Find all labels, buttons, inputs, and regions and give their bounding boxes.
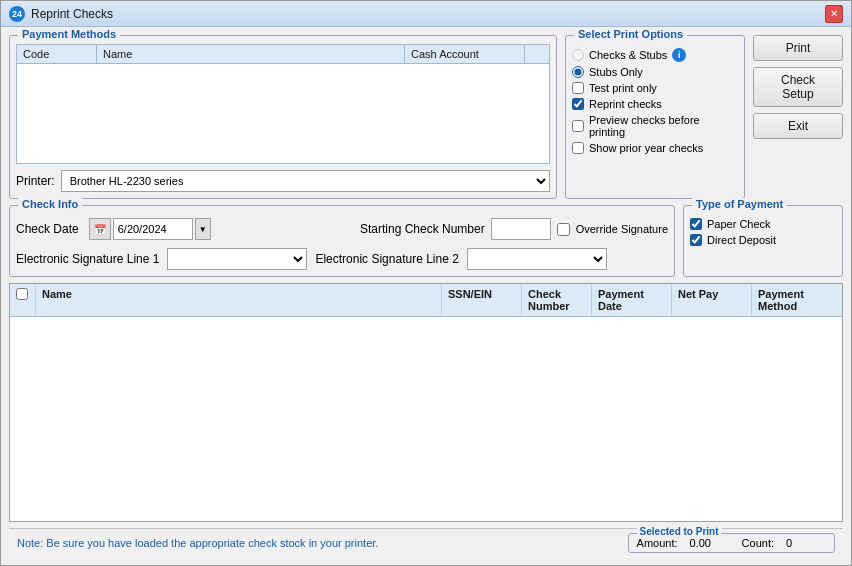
check-info-title: Check Info bbox=[18, 198, 82, 210]
note-text: Note: Be sure you have loaded the approp… bbox=[17, 537, 378, 549]
option-preview-checks: Preview checks before printing bbox=[572, 114, 738, 138]
top-section: Payment Methods Code Name Cash Account P… bbox=[9, 35, 843, 199]
selected-info: Selected to Print Amount: 0.00 Count: 0 bbox=[628, 533, 835, 553]
amount-label: Amount: bbox=[637, 537, 678, 549]
option-prior-year: Show prior year checks bbox=[572, 142, 738, 154]
exit-button[interactable]: Exit bbox=[753, 113, 843, 139]
select-all-checkbox[interactable] bbox=[16, 288, 28, 300]
printer-label: Printer: bbox=[16, 174, 55, 188]
col-name: Name bbox=[97, 45, 405, 63]
checkbox-paper-check[interactable] bbox=[690, 218, 702, 230]
sig-line1-label: Electronic Signature Line 1 bbox=[16, 252, 159, 266]
count-label: Count: bbox=[742, 537, 774, 549]
title-bar: 24 Reprint Checks ✕ bbox=[1, 1, 851, 27]
payment-methods-body bbox=[16, 64, 550, 164]
main-table-header: Name SSN/EIN Check Number Payment Date N… bbox=[10, 284, 842, 317]
col-ssn-header: SSN/EIN bbox=[442, 284, 522, 316]
sig-line1-select[interactable] bbox=[167, 248, 307, 270]
checkbox-test-print[interactable] bbox=[572, 82, 584, 94]
main-table-body bbox=[10, 317, 842, 477]
col-payment-method-header: Payment Method bbox=[752, 284, 842, 316]
payment-methods-section: Payment Methods Code Name Cash Account P… bbox=[9, 35, 557, 199]
main-content: Payment Methods Code Name Cash Account P… bbox=[1, 27, 851, 565]
main-table-section: Name SSN/EIN Check Number Payment Date N… bbox=[9, 283, 843, 522]
printer-select[interactable]: Brother HL-2230 series bbox=[61, 170, 550, 192]
window-title: Reprint Checks bbox=[31, 7, 113, 21]
info-icon[interactable]: i bbox=[672, 48, 686, 62]
calendar-icon-button[interactable]: 📅 bbox=[89, 218, 111, 240]
main-window: 24 Reprint Checks ✕ Payment Methods Code… bbox=[0, 0, 852, 566]
col-checkbox bbox=[10, 284, 36, 316]
col-code: Code bbox=[17, 45, 97, 63]
date-input-group: 📅 ▼ bbox=[89, 218, 211, 240]
check-info-section: Check Info Check Date 📅 ▼ Starting Check… bbox=[9, 205, 675, 277]
print-button[interactable]: Print bbox=[753, 35, 843, 61]
sig-line2-select[interactable] bbox=[467, 248, 607, 270]
col-name-header: Name bbox=[36, 284, 442, 316]
label-stubs-only: Stubs Only bbox=[589, 66, 643, 78]
option-reprint-checks: Reprint checks bbox=[572, 98, 738, 110]
checkbox-preview-checks[interactable] bbox=[572, 120, 584, 132]
checkbox-prior-year[interactable] bbox=[572, 142, 584, 154]
col-cash-account: Cash Account bbox=[405, 45, 525, 63]
type-of-payment-section: Type of Payment Paper Check Direct Depos… bbox=[683, 205, 843, 277]
payment-methods-title: Payment Methods bbox=[18, 28, 120, 40]
radio-checks-stubs[interactable] bbox=[572, 49, 584, 61]
selected-info-row: Amount: 0.00 Count: 0 bbox=[637, 537, 826, 549]
selected-to-print-title: Selected to Print bbox=[637, 526, 722, 537]
col-extra bbox=[525, 45, 549, 63]
option-checks-stubs: Checks & Stubs i bbox=[572, 48, 738, 62]
status-bar: Note: Be sure you have loaded the approp… bbox=[9, 528, 843, 557]
col-net-pay-header: Net Pay bbox=[672, 284, 752, 316]
print-options-title: Select Print Options bbox=[574, 28, 687, 40]
label-reprint-checks: Reprint checks bbox=[589, 98, 662, 110]
label-checks-stubs: Checks & Stubs bbox=[589, 49, 667, 61]
print-options-group: Checks & Stubs i Stubs Only Test print o… bbox=[572, 48, 738, 154]
checkbox-direct-deposit[interactable] bbox=[690, 234, 702, 246]
type-of-payment-group: Paper Check Direct Deposit bbox=[690, 218, 836, 246]
override-signature-label: Override Signature bbox=[576, 223, 668, 235]
print-options-section: Select Print Options Checks & Stubs i St… bbox=[565, 35, 745, 199]
check-number-group: Starting Check Number Override Signature bbox=[360, 218, 668, 240]
sig-line2-label: Electronic Signature Line 2 bbox=[315, 252, 458, 266]
option-test-print: Test print only bbox=[572, 82, 738, 94]
count-value: 0 bbox=[786, 537, 826, 549]
option-stubs-only: Stubs Only bbox=[572, 66, 738, 78]
label-test-print: Test print only bbox=[589, 82, 657, 94]
check-setup-button[interactable]: Check Setup bbox=[753, 67, 843, 107]
payment-paper-check: Paper Check bbox=[690, 218, 836, 230]
check-date-input[interactable] bbox=[113, 218, 193, 240]
check-info-row1: Check Date 📅 ▼ Starting Check Number Ove… bbox=[16, 218, 668, 240]
date-dropdown-button[interactable]: ▼ bbox=[195, 218, 211, 240]
label-paper-check: Paper Check bbox=[707, 218, 771, 230]
col-check-number-header: Check Number bbox=[522, 284, 592, 316]
starting-check-label: Starting Check Number bbox=[360, 222, 485, 236]
override-signature-checkbox[interactable] bbox=[557, 223, 570, 236]
printer-row: Printer: Brother HL-2230 series bbox=[16, 170, 550, 192]
amount-value: 0.00 bbox=[690, 537, 730, 549]
col-payment-date-header: Payment Date bbox=[592, 284, 672, 316]
radio-stubs-only[interactable] bbox=[572, 66, 584, 78]
check-date-label: Check Date bbox=[16, 222, 79, 236]
check-info-row2: Electronic Signature Line 1 Electronic S… bbox=[16, 248, 668, 270]
starting-check-input[interactable] bbox=[491, 218, 551, 240]
title-bar-left: 24 Reprint Checks bbox=[9, 6, 113, 22]
middle-section: Check Info Check Date 📅 ▼ Starting Check… bbox=[9, 205, 843, 277]
label-prior-year: Show prior year checks bbox=[589, 142, 703, 154]
close-button[interactable]: ✕ bbox=[825, 5, 843, 23]
label-preview-checks: Preview checks before printing bbox=[589, 114, 738, 138]
app-icon: 24 bbox=[9, 6, 25, 22]
payment-direct-deposit: Direct Deposit bbox=[690, 234, 836, 246]
payment-methods-header: Code Name Cash Account bbox=[16, 44, 550, 64]
checkbox-reprint-checks[interactable] bbox=[572, 98, 584, 110]
label-direct-deposit: Direct Deposit bbox=[707, 234, 776, 246]
buttons-column: Print Check Setup Exit bbox=[753, 35, 843, 199]
type-of-payment-title: Type of Payment bbox=[692, 198, 787, 210]
